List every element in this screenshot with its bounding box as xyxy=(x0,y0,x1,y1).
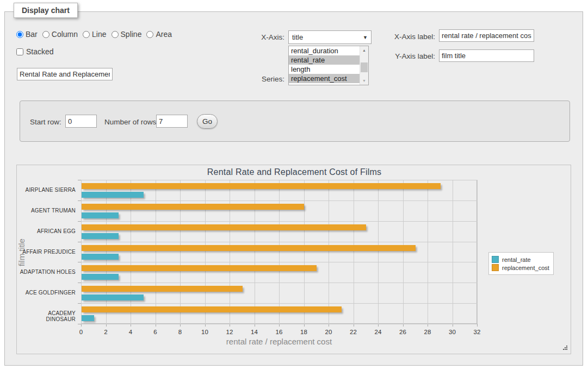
x-axis-label-label: X-Axis label: xyxy=(381,33,435,41)
grid-line-h xyxy=(81,324,477,324)
scroll-up-icon[interactable]: ▲ xyxy=(360,46,368,54)
x-tick-label: 24 xyxy=(370,329,386,335)
stacked-label: Stacked xyxy=(26,47,54,56)
go-button[interactable]: Go xyxy=(197,114,218,129)
resize-handle-icon[interactable] xyxy=(562,345,568,351)
grid-line-v xyxy=(131,180,131,324)
start-row-label: Start row: xyxy=(30,118,61,126)
grid-line-h xyxy=(81,200,477,201)
grid-line-v xyxy=(180,180,181,324)
chart-type-radio-line[interactable] xyxy=(83,31,90,38)
grid-line-v xyxy=(230,180,230,324)
grid-line-v xyxy=(378,180,379,324)
chart-type-radio-spline[interactable] xyxy=(112,31,119,38)
chart-type-column[interactable]: Column xyxy=(42,30,78,39)
series-listbox[interactable]: rental_durationrental_ratelengthreplacem… xyxy=(288,46,369,85)
bar-replacement_cost xyxy=(82,245,416,251)
bar-rental_rate xyxy=(82,315,94,321)
bar-rental_rate xyxy=(82,254,119,260)
y-tick-label: ADAPTATION HOLES xyxy=(17,269,76,275)
chart-type-label: Spline xyxy=(121,30,142,39)
x-axis-selected-value: title xyxy=(292,33,303,41)
x-axis-select[interactable]: title ▼ xyxy=(288,30,372,44)
x-axis-label-input[interactable] xyxy=(439,29,534,42)
x-tick-label: 10 xyxy=(197,329,213,335)
y-tick-mark xyxy=(78,283,81,283)
chart-type-area[interactable]: Area xyxy=(146,30,172,39)
chart-type-radiogroup: BarColumnLineSplineArea xyxy=(16,30,177,39)
series-listbox-label: Series: xyxy=(239,75,284,83)
x-tick-label: 16 xyxy=(271,329,287,335)
x-axis-select-label: X-Axis: xyxy=(239,33,284,41)
stacked-checkbox-row[interactable]: Stacked xyxy=(16,47,54,56)
chart-type-label: Column xyxy=(52,30,78,39)
y-axis-label-input[interactable] xyxy=(439,49,534,62)
grid-line-v xyxy=(477,180,478,324)
bar-rental_rate xyxy=(82,274,119,280)
y-tick-label: AGENT TRUMAN xyxy=(17,208,76,214)
legend-swatch xyxy=(492,264,499,271)
chart-type-radio-bar[interactable] xyxy=(16,31,23,38)
chart-type-radio-area[interactable] xyxy=(146,31,153,38)
row-controls-panel xyxy=(20,101,570,142)
legend-label: replacement_cost xyxy=(502,265,549,271)
grid-line-v xyxy=(304,180,305,324)
x-tick-label: 14 xyxy=(247,329,262,335)
y-tick-label: ACE GOLDFINGER xyxy=(17,290,76,296)
bar-replacement_cost xyxy=(82,286,243,292)
legend-label: rental_rate xyxy=(502,256,531,263)
chart-type-radio-column[interactable] xyxy=(42,31,49,38)
legend-swatch xyxy=(492,256,499,263)
scroll-down-icon[interactable]: ▼ xyxy=(360,77,368,85)
chart-title: Rental Rate and Replacement Cost of Film… xyxy=(17,167,572,177)
grid-line-h xyxy=(81,262,477,262)
chevron-down-icon: ▼ xyxy=(363,35,368,40)
y-tick-label: ACADEMY DINOSAUR xyxy=(17,310,76,322)
y-axis-label-label: Y-Axis label: xyxy=(381,52,435,60)
grid-line-h xyxy=(81,242,477,242)
chart-type-line[interactable]: Line xyxy=(83,30,106,39)
chart: Rental Rate and Replacement Cost of Film… xyxy=(16,165,571,354)
series-option-length[interactable]: length xyxy=(289,65,360,74)
bar-rental_rate xyxy=(82,192,144,198)
series-listbox-options: rental_durationrental_ratelengthreplacem… xyxy=(289,46,360,85)
bar-replacement_cost xyxy=(82,204,304,210)
chart-type-label: Area xyxy=(156,30,172,39)
chart-type-bar[interactable]: Bar xyxy=(16,30,38,39)
grid-line-v xyxy=(453,180,453,324)
fieldset-legend-title: Display chart xyxy=(14,3,78,18)
y-tick-mark xyxy=(78,221,81,222)
series-option-rental_duration[interactable]: rental_duration xyxy=(289,46,360,55)
grid-line-v xyxy=(354,180,354,324)
x-tick-label: 8 xyxy=(172,329,188,335)
x-tick-label: 6 xyxy=(148,329,163,335)
legend-item-replacement_cost: replacement_cost xyxy=(492,264,549,271)
y-tick-mark xyxy=(78,262,81,262)
x-tick-label: 20 xyxy=(321,329,336,335)
y-tick-mark xyxy=(78,200,81,201)
grid-line-v xyxy=(428,180,428,324)
scrollbar-thumb[interactable] xyxy=(361,62,368,72)
grid-line-v xyxy=(403,180,404,324)
stacked-checkbox[interactable] xyxy=(16,48,23,55)
start-row-input[interactable] xyxy=(65,115,97,128)
y-tick-mark xyxy=(78,303,81,304)
y-tick-label: AFRICAN EGG xyxy=(17,228,76,234)
chart-legend: rental_ratereplacement_cost xyxy=(488,252,554,275)
grid-line-h xyxy=(81,303,477,304)
x-tick-label: 32 xyxy=(469,329,485,335)
x-tick-label: 4 xyxy=(123,329,138,335)
grid-line-v xyxy=(81,180,82,324)
grid-line-v xyxy=(205,180,206,324)
chart-type-spline[interactable]: Spline xyxy=(112,30,142,39)
chart-title-input[interactable] xyxy=(17,68,113,80)
series-scrollbar[interactable]: ▲ ▼ xyxy=(360,46,368,85)
y-tick-mark xyxy=(78,242,81,242)
grid-line-v xyxy=(255,180,255,324)
series-option-rental_rate[interactable]: rental_rate xyxy=(289,55,360,65)
x-axis-title: rental rate / replacement cost xyxy=(81,337,477,346)
series-option-replacement_cost[interactable]: replacement_cost xyxy=(289,74,360,83)
grid-line-v xyxy=(106,180,107,324)
number-of-rows-input[interactable] xyxy=(156,115,188,128)
x-tick-label: 2 xyxy=(98,329,114,335)
